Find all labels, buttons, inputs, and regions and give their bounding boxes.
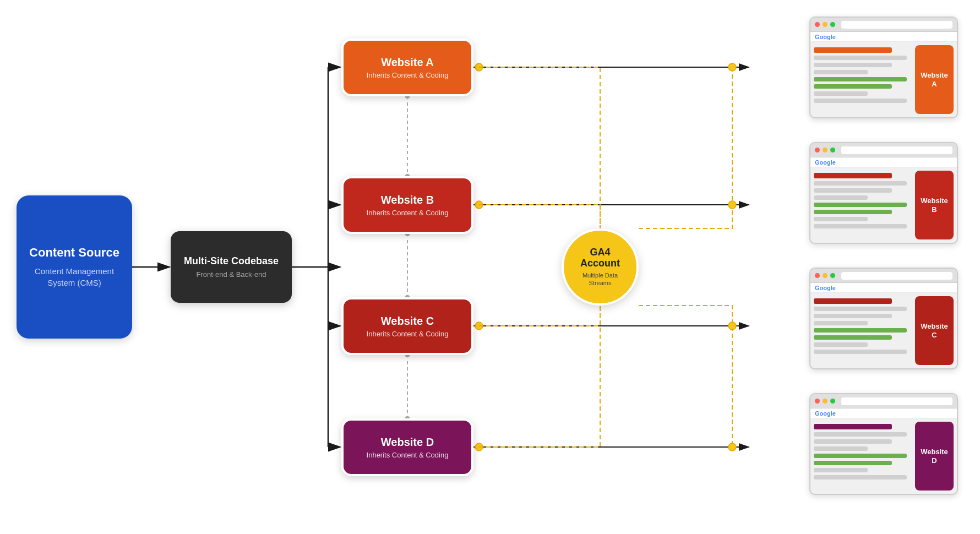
addressbar-c [841, 272, 952, 280]
line-b-7 [814, 217, 868, 221]
browser-lines-d [814, 422, 912, 491]
line-d-1 [814, 424, 892, 429]
website-d-subtitle: Inherits Content & Coding [367, 451, 449, 459]
dot-red-b [815, 148, 820, 152]
dot-yellow-c [823, 273, 827, 278]
website-b-subtitle: Inherits Content & Coding [367, 209, 449, 217]
addressbar-b [841, 146, 952, 154]
ga4-circle: GA4Account Multiple Data Streams [562, 228, 639, 306]
browser-content-d: WebsiteD [810, 418, 957, 494]
svg-point-26 [475, 443, 483, 451]
ga4-subtitle: Multiple Data Streams [570, 271, 630, 287]
line-d-6 [814, 461, 892, 465]
line-d-2 [814, 432, 907, 437]
google-bar-b: Google [810, 157, 957, 167]
browser-lines-b [814, 171, 912, 239]
line-c-3 [814, 314, 892, 318]
line-a-4 [814, 70, 868, 74]
line-d-4 [814, 446, 868, 451]
line-c-4 [814, 321, 868, 325]
svg-point-27 [728, 63, 736, 71]
svg-point-29 [728, 322, 736, 330]
browser-mockup-c: Google WebsiteC [809, 268, 958, 369]
addressbar-a [841, 21, 952, 29]
line-b-3 [814, 188, 892, 193]
google-bar-a: Google [810, 32, 957, 42]
line-c-5 [814, 328, 907, 333]
browser-lines-a [814, 45, 912, 114]
line-c-8 [814, 350, 907, 354]
line-c-2 [814, 307, 907, 311]
dot-green-c [830, 273, 835, 278]
line-b-4 [814, 195, 868, 200]
line-a-8 [814, 99, 907, 103]
browser-badge-a: WebsiteA [915, 45, 954, 114]
line-d-7 [814, 468, 868, 472]
website-c-box: Website C Inherits Content & Coding [341, 297, 473, 355]
line-a-3 [814, 63, 892, 67]
website-c-title: Website C [381, 315, 434, 328]
website-c-subtitle: Inherits Content & Coding [367, 330, 449, 338]
website-a-box: Website A Inherits Content & Coding [341, 39, 473, 96]
line-b-2 [814, 181, 907, 186]
content-source-box: Content Source Content Management System… [17, 195, 132, 339]
website-a-subtitle: Inherits Content & Coding [367, 71, 449, 79]
line-b-5 [814, 203, 907, 207]
browser-mockup-b: Google WebsiteB [809, 142, 958, 244]
dot-yellow-d [823, 399, 827, 404]
dot-red-a [815, 22, 820, 27]
google-bar-c: Google [810, 283, 957, 293]
codebase-title: Multi-Site Codebase [184, 255, 279, 268]
browser-topbar-c [810, 269, 957, 283]
codebase-subtitle: Front-end & Back-end [196, 270, 266, 279]
website-a-title: Website A [381, 56, 434, 69]
addressbar-d [841, 397, 952, 405]
dot-yellow-a [823, 22, 827, 27]
dot-green-a [830, 22, 835, 27]
dot-green-b [830, 148, 835, 152]
codebase-box: Multi-Site Codebase Front-end & Back-end [171, 231, 292, 303]
website-b-box: Website B Inherits Content & Coding [341, 176, 473, 234]
line-a-7 [814, 91, 868, 96]
svg-point-28 [728, 201, 736, 209]
browser-badge-b: WebsiteB [915, 171, 954, 239]
dot-red-c [815, 273, 820, 278]
google-bar-d: Google [810, 408, 957, 418]
line-b-1 [814, 173, 892, 178]
svg-point-25 [475, 322, 483, 330]
dot-red-d [815, 399, 820, 404]
ga4-title: GA4Account [580, 247, 620, 269]
content-source-title: Content Source [29, 246, 119, 260]
svg-point-30 [728, 443, 736, 451]
line-d-8 [814, 475, 907, 479]
browser-topbar-d [810, 394, 957, 408]
svg-point-24 [475, 201, 483, 209]
browser-topbar-b [810, 143, 957, 157]
line-b-8 [814, 224, 907, 228]
website-d-title: Website D [381, 436, 434, 449]
browser-content-b: WebsiteB [810, 167, 957, 243]
browser-content-a: WebsiteA [810, 42, 957, 117]
dot-yellow-b [823, 148, 827, 152]
website-d-box: Website D Inherits Content & Coding [341, 418, 473, 476]
browser-badge-c: WebsiteC [915, 296, 954, 365]
browser-topbar-a [810, 18, 957, 32]
line-d-5 [814, 454, 907, 458]
browser-content-c: WebsiteC [810, 293, 957, 368]
line-c-7 [814, 342, 868, 347]
browser-mockup-a: Google WebsiteA [809, 17, 958, 118]
line-a-5 [814, 77, 907, 81]
content-source-subtitle: Content Management System (CMS) [28, 265, 121, 288]
line-c-1 [814, 298, 892, 304]
browser-mockup-d: Google WebsiteD [809, 393, 958, 495]
line-a-1 [814, 47, 892, 53]
browser-badge-d: WebsiteD [915, 422, 954, 491]
browser-lines-c [814, 296, 912, 365]
line-d-3 [814, 439, 892, 444]
dot-green-d [830, 399, 835, 404]
website-b-title: Website B [381, 194, 434, 206]
svg-point-23 [475, 63, 483, 71]
line-a-2 [814, 56, 907, 60]
line-c-6 [814, 335, 892, 340]
line-a-6 [814, 84, 892, 89]
